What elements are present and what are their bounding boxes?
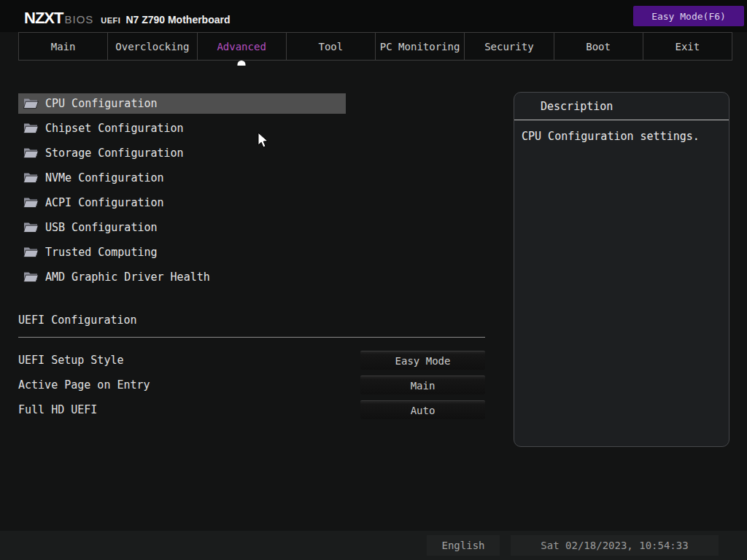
menu-item-label: Chipset Configuration	[45, 122, 184, 135]
datetime-display: Sat 02/18/2023, 10:54:33	[511, 535, 719, 556]
menu-item-label: NVMe Configuration	[45, 171, 164, 184]
tab-pc-monitoring[interactable]: PC Monitoring	[376, 33, 465, 60]
tab-main[interactable]: Main	[19, 33, 108, 60]
brand: NZXT BIOS UEFI N7 Z790 Motherboard	[24, 9, 231, 28]
folder-icon	[23, 122, 39, 134]
setting-label: UEFI Setup Style	[18, 351, 124, 370]
menu-item-label: Trusted Computing	[45, 246, 158, 259]
setting-row-full-hd-uefi: Full HD UEFI Auto	[18, 400, 485, 419]
active-tab-indicator-dot	[238, 61, 246, 66]
menu-item-label: CPU Configuration	[45, 97, 158, 110]
footer-bar: English Sat 02/18/2023, 10:54:33	[0, 531, 747, 560]
uefi-label: UEFI	[101, 16, 120, 25]
tab-bar: Main Overclocking Advanced Tool PC Monit…	[18, 32, 732, 61]
menu-item-trusted-computing[interactable]: Trusted Computing	[18, 242, 346, 262]
menu-item-chipset-configuration[interactable]: Chipset Configuration	[18, 118, 346, 139]
full-hd-uefi-value-button[interactable]: Auto	[360, 400, 485, 419]
menu-item-label: ACPI Configuration	[45, 196, 164, 209]
folder-icon	[23, 222, 39, 233]
menu-item-acpi-configuration[interactable]: ACPI Configuration	[18, 192, 346, 213]
active-page-on-entry-value-button[interactable]: Main	[360, 376, 485, 394]
menu-item-label: AMD Graphic Driver Health	[45, 271, 210, 284]
menu-item-nvme-configuration[interactable]: NVMe Configuration	[18, 168, 346, 188]
tab-exit[interactable]: Exit	[643, 33, 732, 60]
tab-overclocking[interactable]: Overclocking	[108, 33, 197, 60]
tab-security[interactable]: Security	[465, 33, 554, 60]
tab-tool[interactable]: Tool	[287, 33, 376, 60]
language-selector[interactable]: English	[427, 535, 500, 556]
section-divider	[18, 337, 485, 338]
setting-row-active-page-on-entry: Active Page on Entry Main	[18, 376, 485, 394]
menu-item-usb-configuration[interactable]: USB Configuration	[18, 217, 346, 238]
folder-icon	[23, 98, 39, 109]
bios-label: BIOS	[64, 13, 93, 26]
folder-icon	[23, 147, 39, 159]
menu-item-label: USB Configuration	[45, 221, 158, 234]
description-panel-title: Description	[514, 93, 729, 120]
tab-boot[interactable]: Boot	[554, 33, 643, 60]
folder-icon	[23, 197, 39, 209]
menu-item-cpu-configuration[interactable]: CPU Configuration	[18, 93, 346, 114]
folder-icon	[23, 246, 39, 258]
easy-mode-button[interactable]: Easy Mode(F6)	[633, 6, 744, 26]
setting-label: Full HD UEFI	[18, 400, 97, 419]
uefi-configuration-section-title: UEFI Configuration	[18, 314, 137, 327]
setting-row-uefi-setup-style: UEFI Setup Style Easy Mode	[18, 351, 485, 370]
menu-item-label: Storage Configuration	[45, 147, 184, 160]
menu-item-amd-graphic-driver-health[interactable]: AMD Graphic Driver Health	[18, 267, 346, 287]
setting-label: Active Page on Entry	[18, 376, 150, 394]
tab-advanced-label: Advanced	[217, 41, 266, 52]
folder-icon	[23, 271, 39, 283]
menu-item-storage-configuration[interactable]: Storage Configuration	[18, 143, 346, 163]
folder-icon	[23, 172, 39, 184]
tab-advanced[interactable]: Advanced	[198, 33, 287, 60]
uefi-setup-style-value-button[interactable]: Easy Mode	[360, 351, 485, 370]
nzxt-logo: NZXT	[24, 9, 63, 28]
advanced-menu-list: CPU Configuration Chipset Configuration …	[18, 93, 346, 292]
top-header: NZXT BIOS UEFI N7 Z790 Motherboard Easy …	[0, 0, 747, 32]
board-name: N7 Z790 Motherboard	[125, 14, 230, 26]
description-text: CPU Configuration settings.	[514, 120, 729, 152]
description-panel: Description CPU Configuration settings.	[514, 92, 729, 447]
